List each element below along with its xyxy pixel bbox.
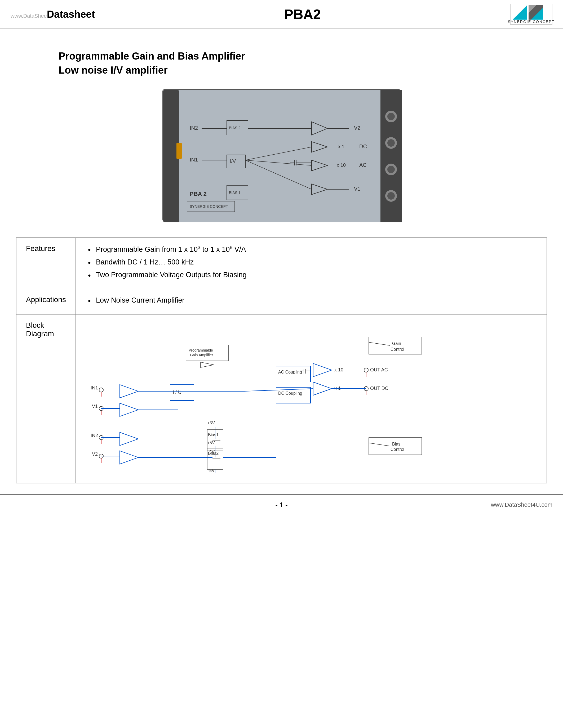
svg-text:IN2: IN2: [190, 125, 198, 131]
svg-point-10: [387, 139, 395, 147]
product-title-line2: Low noise I/V amplifier: [59, 65, 168, 76]
svg-marker-133: [369, 438, 390, 455]
features-label: Features: [16, 238, 76, 289]
svg-text:-5V: -5V: [208, 468, 214, 473]
datasheet-label: Datasheet: [47, 9, 95, 20]
svg-text:Control: Control: [391, 347, 404, 352]
content-box: Programmable Gain and Bias Amplifier Low…: [16, 40, 547, 483]
svg-text:BIAS 2: BIAS 2: [229, 126, 240, 130]
features-list: Programmable Gain from 1 x 103 to 1 x 10…: [85, 244, 537, 280]
site-prefix: www.DataShee: [11, 13, 47, 19]
svg-text:BIAS 1: BIAS 1: [229, 191, 240, 195]
svg-text:DC Coupling: DC Coupling: [278, 391, 302, 396]
svg-text:V1: V1: [92, 404, 98, 409]
feature-item-3: Two Programmable Voltage Outputs for Bia…: [85, 270, 537, 280]
svg-marker-0: [513, 5, 527, 20]
svg-point-12: [387, 166, 395, 173]
page-header: www.DataSheeDatasheet PBA2 SYNERGIE·CONC…: [0, 0, 563, 29]
svg-text:PBA 2: PBA 2: [190, 191, 207, 197]
svg-text:OUT DC: OUT DC: [370, 386, 389, 391]
svg-text:V2: V2: [354, 125, 360, 131]
feature-item-2: Bandwith DC / 1 Hz… 500 kHz: [85, 257, 537, 267]
svg-text:x 1: x 1: [338, 144, 345, 149]
logo-svg: [513, 5, 550, 20]
svg-text:IN1: IN1: [190, 157, 198, 163]
svg-text:I/V: I/V: [230, 159, 236, 164]
feature-item-1: Programmable Gain from 1 x 103 to 1 x 10…: [85, 244, 537, 255]
svg-marker-70: [120, 451, 138, 464]
svg-marker-67: [120, 432, 138, 446]
svg-marker-96: [313, 363, 332, 377]
svg-text:Bias1: Bias1: [208, 433, 218, 437]
applications-label: Applications: [16, 289, 76, 315]
svg-text:Gain Amplifier: Gain Amplifier: [190, 353, 213, 357]
svg-line-88: [369, 342, 390, 345]
svg-text:SYNERGIE CONCEPT: SYNERGIE CONCEPT: [190, 204, 228, 209]
svg-line-134: [369, 443, 390, 446]
device-svg: IN2 BIAS 2 V2 IN1 I/V: [163, 90, 402, 222]
svg-text:V1: V1: [354, 186, 360, 192]
svg-text:AC Coupling: AC Coupling: [278, 370, 302, 374]
applications-list: Low Noise Current Amplifier: [85, 295, 537, 305]
svg-text:Gain: Gain: [392, 341, 401, 346]
block-diagram-svg: IN1 V1 IN2 V2: [85, 321, 536, 475]
product-image: IN2 BIAS 2 V2 IN1 I/V: [162, 89, 401, 222]
company-logo: SYNERGIE·CONCEPT: [510, 4, 552, 25]
svg-text:+5V: +5V: [207, 441, 215, 445]
svg-point-14: [387, 192, 395, 200]
applications-content: Low Noise Current Amplifier: [75, 289, 547, 315]
applications-row: Applications Low Noise Current Amplifier: [16, 289, 547, 315]
block-diagram-row: Block Diagram IN1 V1: [16, 315, 547, 483]
application-item-1: Low Noise Current Amplifier: [85, 295, 537, 305]
svg-text:OUT AC: OUT AC: [370, 367, 388, 372]
svg-text:Control: Control: [391, 447, 404, 452]
svg-text:IN2: IN2: [91, 433, 98, 438]
svg-marker-64: [120, 403, 138, 416]
svg-text:V2: V2: [92, 451, 98, 457]
features-row: Features Programmable Gain from 1 x 103 …: [16, 238, 547, 289]
product-title-line1: Programmable Gain and Bias Amplifier: [59, 51, 245, 62]
main-content: Programmable Gain and Bias Amplifier Low…: [0, 29, 563, 494]
svg-marker-61: [120, 385, 138, 398]
logo-tagline: SYNERGIE·CONCEPT: [508, 20, 555, 24]
svg-text:Bias2: Bias2: [208, 451, 218, 456]
svg-text:DC: DC: [359, 143, 367, 149]
page-footer: - 1 - www.DataSheet4U.com: [0, 494, 563, 515]
product-section: Programmable Gain and Bias Amplifier Low…: [16, 40, 547, 238]
page-number: - 1 -: [275, 501, 288, 509]
svg-rect-15: [176, 143, 182, 159]
svg-text:IN1: IN1: [91, 385, 98, 390]
footer-url: www.DataSheet4U.com: [491, 501, 552, 508]
features-content: Programmable Gain from 1 x 103 to 1 x 10…: [75, 238, 547, 289]
svg-text:AC: AC: [359, 162, 367, 168]
svg-marker-87: [369, 337, 390, 354]
svg-text:x 10: x 10: [337, 163, 346, 168]
product-id-header: PBA2: [95, 6, 510, 22]
svg-text:I / U: I / U: [173, 390, 181, 395]
svg-text:+5V: +5V: [207, 421, 215, 425]
block-diagram-label: Block Diagram: [16, 315, 76, 483]
svg-text:Bias: Bias: [392, 442, 400, 446]
info-table: Features Programmable Gain from 1 x 103 …: [16, 238, 547, 483]
svg-rect-4: [163, 90, 402, 222]
svg-point-8: [387, 113, 395, 120]
block-diagram-content: IN1 V1 IN2 V2: [75, 315, 547, 483]
svg-rect-6: [381, 90, 402, 222]
header-branding: www.DataSheeDatasheet: [11, 9, 95, 20]
svg-marker-99: [313, 382, 332, 395]
svg-marker-83: [200, 362, 214, 367]
svg-text:Programmable: Programmable: [189, 348, 213, 352]
